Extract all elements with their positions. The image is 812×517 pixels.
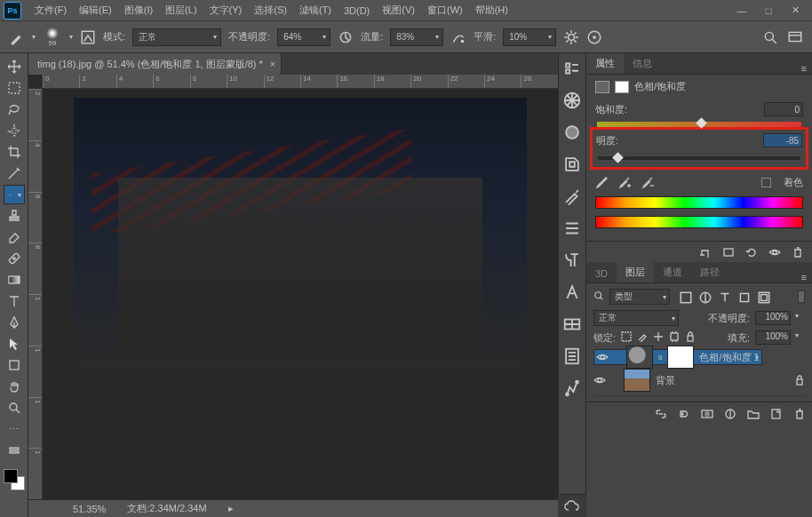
eraser-tool[interactable] xyxy=(4,227,25,247)
lasso-tool[interactable] xyxy=(4,99,25,119)
lock-pixels-icon[interactable] xyxy=(637,331,648,344)
layer-thumb[interactable] xyxy=(624,369,650,392)
tab-3d[interactable]: 3D xyxy=(586,265,617,282)
adjustments-panel-icon[interactable] xyxy=(562,378,582,398)
filter-adjustment-icon[interactable] xyxy=(698,290,712,303)
tab-layers[interactable]: 图层 xyxy=(617,262,654,282)
layer-mask-thumb[interactable] xyxy=(667,346,694,369)
zoom-readout[interactable]: 51.35% xyxy=(73,504,106,514)
window-minimize-icon[interactable]: — xyxy=(728,2,755,20)
brush-tool[interactable] xyxy=(4,185,25,204)
layer-row-background[interactable]: 背景 xyxy=(593,365,805,396)
link-icon[interactable]: 8 xyxy=(658,354,662,362)
lock-artboard-icon[interactable] xyxy=(669,331,680,344)
lightness-input[interactable] xyxy=(763,133,802,147)
zoom-tool[interactable] xyxy=(4,398,25,418)
hand-tool[interactable] xyxy=(4,377,25,396)
character-panel-icon[interactable] xyxy=(562,282,582,302)
menu-type[interactable]: 文字(Y) xyxy=(203,4,249,17)
filter-pixel-icon[interactable] xyxy=(679,290,693,303)
swatches-panel-icon[interactable] xyxy=(562,155,582,174)
menu-file[interactable]: 文件(F) xyxy=(28,4,73,17)
filter-smart-icon[interactable] xyxy=(757,290,771,303)
layer-name[interactable]: 背景 xyxy=(656,374,789,387)
view-previous-icon[interactable] xyxy=(721,246,736,258)
colorize-checkbox[interactable] xyxy=(761,178,771,187)
layers-menu-icon[interactable]: ≡ xyxy=(796,272,812,282)
search-icon[interactable] xyxy=(762,29,778,45)
type-tool[interactable] xyxy=(4,291,25,311)
fill-value[interactable]: 100% xyxy=(755,330,791,345)
smoothing-gear-icon[interactable] xyxy=(563,29,579,45)
visibility-icon[interactable] xyxy=(596,352,609,362)
menu-filter[interactable]: 滤镜(T) xyxy=(293,4,338,17)
status-caret-icon[interactable]: ▸ xyxy=(228,503,234,514)
spectrum-bottom[interactable] xyxy=(595,216,803,228)
window-close-icon[interactable]: ✕ xyxy=(782,2,808,20)
crop-tool[interactable] xyxy=(4,142,25,162)
menu-window[interactable]: 窗口(W) xyxy=(421,4,469,17)
lock-position-icon[interactable] xyxy=(653,331,664,344)
lock-transparent-icon[interactable] xyxy=(621,331,632,344)
brush-tool-icon[interactable] xyxy=(9,29,25,45)
adjustment-layer-thumb[interactable] xyxy=(626,346,653,369)
document-tab[interactable]: timg (18).jpg @ 51.4% (色相/饱和度 1, 图层蒙版/8)… xyxy=(28,53,282,75)
new-adjustment-icon[interactable] xyxy=(723,408,737,420)
stamp-tool[interactable] xyxy=(4,206,25,226)
eyedropper-icon[interactable] xyxy=(595,175,609,189)
saturation-slider[interactable] xyxy=(597,122,801,127)
menu-3d[interactable]: 3D(D) xyxy=(338,5,376,16)
pressure-size-icon[interactable] xyxy=(586,29,602,45)
close-tab-icon[interactable]: × xyxy=(270,60,275,69)
pressure-opacity-icon[interactable] xyxy=(338,29,354,45)
menu-select[interactable]: 选择(S) xyxy=(248,4,293,17)
layer-blend-select[interactable]: 正常 xyxy=(593,310,679,326)
lock-all-icon[interactable] xyxy=(685,331,696,344)
tab-info[interactable]: 信息 xyxy=(624,53,661,74)
filter-search-icon[interactable] xyxy=(593,290,604,303)
shape-tool[interactable] xyxy=(4,355,25,375)
flow-value[interactable]: 83% xyxy=(390,28,443,46)
reset-icon[interactable] xyxy=(744,246,759,258)
delete-adjustment-icon[interactable] xyxy=(791,246,805,258)
blend-mode-select[interactable]: 正常 xyxy=(132,28,221,46)
ruler-horizontal[interactable]: 02468101214161820222426 xyxy=(43,75,558,89)
layer-style-icon[interactable] xyxy=(677,408,691,420)
edit-toolbar-icon[interactable] xyxy=(4,441,25,460)
new-group-icon[interactable] xyxy=(746,408,760,420)
healing-tool[interactable] xyxy=(4,249,25,268)
workspace-icon[interactable] xyxy=(787,29,803,45)
filter-shape-icon[interactable] xyxy=(737,290,752,303)
tab-properties[interactable]: 属性 xyxy=(586,53,624,74)
brush-tool-caret-icon[interactable]: ▾ xyxy=(32,33,36,41)
brush-settings-panel-icon[interactable] xyxy=(562,219,582,238)
panel-menu-icon[interactable]: ≡ xyxy=(796,63,812,74)
brushes-panel-icon[interactable] xyxy=(562,187,582,206)
toggle-visibility-icon[interactable] xyxy=(768,246,782,258)
menu-view[interactable]: 视图(V) xyxy=(376,4,421,17)
layer-name[interactable]: 色相/饱和度 1 xyxy=(699,351,759,364)
navigator-panel-icon[interactable] xyxy=(562,91,582,110)
brush-panel-icon[interactable] xyxy=(80,29,96,45)
brush-preview[interactable]: 59 xyxy=(43,28,62,47)
ruler-vertical[interactable]: 24681111 xyxy=(28,89,43,499)
tab-paths[interactable]: 路径 xyxy=(691,262,728,282)
doc-info[interactable]: 文档:2.34M/2.34M xyxy=(127,502,206,515)
filter-type-select[interactable]: 类型 xyxy=(609,289,670,305)
menu-edit[interactable]: 编辑(E) xyxy=(73,4,118,17)
airbrush-icon[interactable] xyxy=(450,29,466,45)
canvas[interactable] xyxy=(43,89,558,499)
visibility-icon[interactable] xyxy=(593,375,606,386)
delete-layer-icon[interactable] xyxy=(792,408,807,420)
menu-help[interactable]: 帮助(H) xyxy=(469,4,514,17)
color-panel-icon[interactable] xyxy=(562,123,582,142)
toolbar-more-icon[interactable]: ⋯ xyxy=(4,419,25,439)
layer-mask-icon[interactable] xyxy=(700,408,714,420)
move-tool[interactable] xyxy=(4,57,25,76)
history-panel-icon[interactable] xyxy=(562,59,582,78)
path-select-tool[interactable] xyxy=(4,334,25,354)
tab-channels[interactable]: 通道 xyxy=(654,262,691,282)
smooth-value[interactable]: 10% xyxy=(503,28,556,46)
styles-panel-icon[interactable] xyxy=(562,314,582,334)
actions-panel-icon[interactable] xyxy=(562,346,582,366)
